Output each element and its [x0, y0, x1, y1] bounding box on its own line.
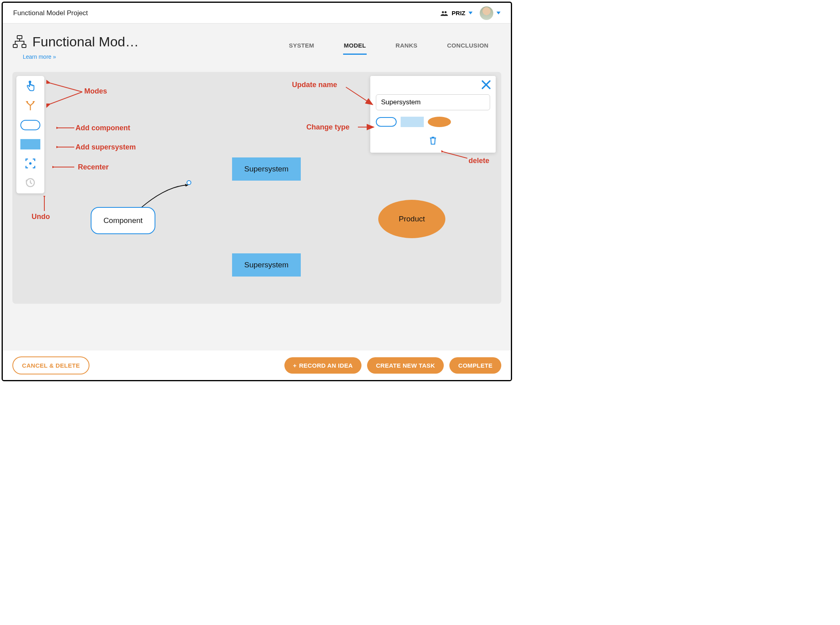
tab-ranks[interactable]: RANKS [395, 40, 418, 55]
annotation-add-supersystem: Add supersystem [75, 143, 136, 151]
plus-icon: + [293, 362, 297, 369]
app-frame: Functional Model Project PRIZ [2, 2, 512, 381]
tab-model[interactable]: MODEL [343, 40, 367, 55]
svg-line-14 [346, 87, 373, 105]
annotation-update-name: Update name [292, 81, 337, 89]
annotation-arrow [52, 164, 76, 170]
node-supersystem-2[interactable]: Supersystem [232, 253, 301, 277]
component-shape-icon [20, 120, 40, 130]
undo-button[interactable] [20, 176, 40, 189]
people-icon [441, 10, 449, 16]
chevron-down-icon [469, 12, 473, 14]
functional-model-icon [12, 35, 27, 49]
undo-history-icon [25, 177, 36, 188]
svg-rect-3 [13, 44, 17, 48]
pointer-hand-icon [25, 81, 36, 93]
annotation-delete: delete [469, 157, 489, 165]
footer-actions: CANCEL & DELETE +RECORD AN IDEA CREATE N… [3, 350, 511, 380]
top-bar: Functional Model Project PRIZ [3, 3, 511, 24]
model-canvas[interactable]: Component Supersystem Supersystem Produc… [12, 72, 501, 304]
add-component-button[interactable] [20, 118, 40, 132]
create-task-button[interactable]: CREATE NEW TASK [367, 357, 444, 374]
select-mode-button[interactable] [20, 80, 40, 94]
org-label: PRIZ [452, 10, 465, 16]
top-right-controls: PRIZ [441, 6, 500, 20]
record-idea-button[interactable]: +RECORD AN IDEA [284, 357, 362, 374]
org-switcher[interactable]: PRIZ [441, 10, 473, 16]
recenter-button[interactable] [20, 157, 40, 170]
close-icon[interactable] [481, 79, 492, 90]
title-wrap: Functional Mod… [12, 34, 139, 50]
annotation-arrow [56, 125, 76, 131]
page-title: Functional Mod… [32, 34, 139, 50]
type-component-button[interactable] [376, 117, 397, 127]
annotation-modes: Modes [84, 87, 107, 96]
annotation-arrow [56, 144, 76, 150]
node-name-input[interactable] [376, 94, 490, 110]
annotation-undo: Undo [32, 213, 50, 221]
tabs: SYSTEM MODEL RANKS CONCLUSION [288, 40, 501, 55]
svg-line-8 [50, 83, 82, 92]
project-title: Functional Model Project [13, 9, 88, 17]
branch-arrow-icon [25, 101, 36, 111]
learn-more-link[interactable]: Learn more » [12, 50, 139, 60]
page-body: Functional Mod… Learn more » SYSTEM MODE… [3, 24, 511, 350]
annotation-recenter: Recenter [78, 163, 109, 171]
type-supersystem-button[interactable] [401, 117, 424, 127]
svg-rect-4 [22, 44, 26, 48]
svg-rect-2 [17, 36, 22, 39]
canvas-toolbar [16, 76, 44, 193]
annotation-arrow [46, 80, 86, 109]
connect-mode-button[interactable] [20, 99, 40, 113]
cancel-delete-button[interactable]: CANCEL & DELETE [12, 356, 89, 374]
supersystem-shape-icon [20, 139, 40, 149]
trash-icon[interactable] [429, 136, 437, 145]
annotation-add-component: Add component [75, 124, 130, 132]
avatar [480, 6, 493, 20]
svg-line-16 [443, 152, 467, 158]
node-product[interactable]: Product [378, 200, 445, 238]
annotation-change-type: Change type [306, 123, 350, 131]
node-supersystem-1[interactable]: Supersystem [232, 157, 301, 181]
panel-delete-row [376, 136, 490, 145]
svg-point-1 [445, 11, 447, 13]
svg-line-9 [50, 92, 82, 104]
tab-system[interactable]: SYSTEM [288, 40, 315, 55]
complete-button[interactable]: COMPLETE [449, 357, 501, 374]
add-supersystem-button[interactable] [20, 137, 40, 151]
recenter-icon [25, 158, 36, 169]
page-header: Functional Mod… Learn more » SYSTEM MODE… [3, 34, 511, 60]
user-menu[interactable] [480, 6, 500, 20]
node-edit-panel [370, 76, 496, 153]
node-component[interactable]: Component [91, 207, 155, 234]
svg-point-6 [29, 162, 32, 165]
chevron-down-icon [496, 12, 500, 14]
svg-point-0 [442, 11, 444, 13]
connector-handle[interactable] [187, 180, 191, 185]
tab-conclusion[interactable]: CONCLUSION [446, 40, 489, 55]
type-selector [376, 117, 490, 127]
annotation-arrow [40, 196, 48, 212]
type-product-button[interactable] [428, 117, 451, 127]
